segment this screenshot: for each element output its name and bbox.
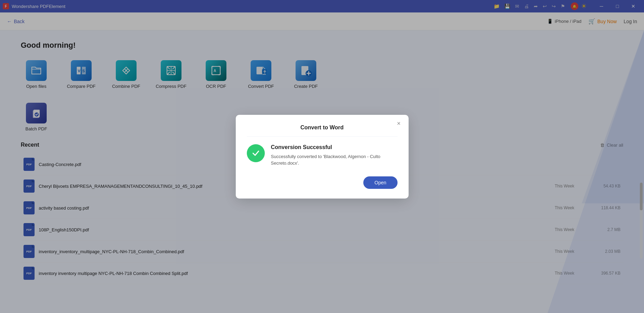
modal-title: Convert to Word [247, 125, 398, 137]
conversion-success-title: Conversion Successful [271, 144, 398, 150]
conversion-success-message: Successfully converted to 'Blackwood, Al… [271, 153, 398, 167]
modal-body: Conversion Successful Successfully conve… [247, 144, 398, 167]
modal-overlay: Convert to Word × Conversion Successful … [0, 0, 644, 313]
convert-to-word-modal: Convert to Word × Conversion Successful … [236, 115, 409, 199]
success-icon [247, 144, 265, 162]
modal-footer: Open [247, 176, 398, 189]
modal-text-block: Conversion Successful Successfully conve… [271, 144, 398, 167]
modal-close-button[interactable]: × [395, 120, 403, 128]
open-button[interactable]: Open [363, 176, 397, 189]
